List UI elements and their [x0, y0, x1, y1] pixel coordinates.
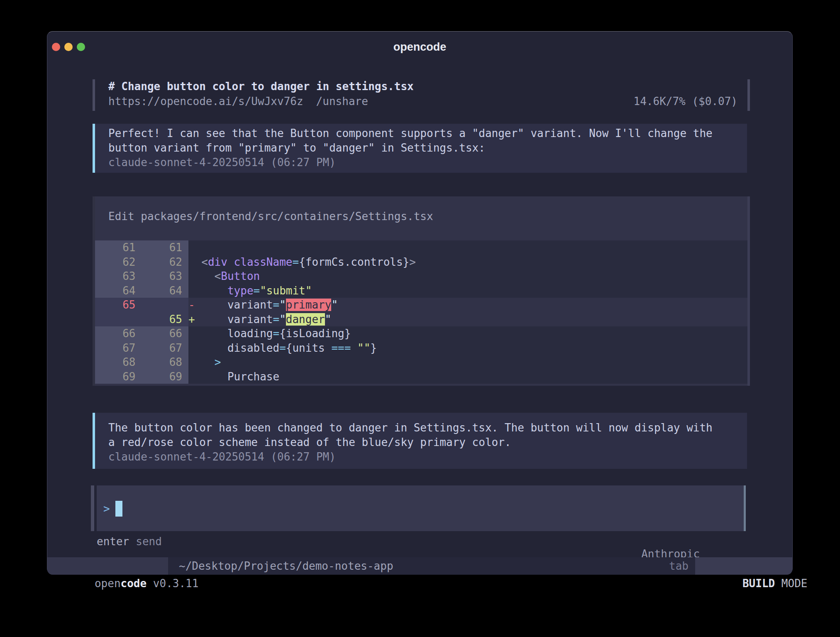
- message-lines: Perfect! I can see that the Button compo…: [108, 126, 739, 155]
- diff-code-line: [188, 240, 747, 255]
- text-cursor: [115, 501, 122, 517]
- mode-chip[interactable]: BUILD MODE: [695, 557, 792, 575]
- input-scrollbar[interactable]: [744, 485, 746, 531]
- diff-row: 6767 disabled={units === ""}: [95, 341, 747, 355]
- diff-code-line: >: [188, 355, 747, 370]
- prompt-input[interactable]: >: [97, 485, 746, 531]
- diff-rows: 6161 6262 <div className={formCs.control…: [95, 240, 747, 384]
- old-line-number: 61: [95, 240, 142, 255]
- new-line-number: 69: [142, 370, 189, 384]
- old-line-number: 63: [95, 269, 142, 284]
- prompt-symbol: >: [103, 502, 110, 515]
- new-line-number: 63: [142, 269, 189, 284]
- mode-name: BUILD: [742, 577, 775, 590]
- new-line-number: 67: [142, 341, 189, 355]
- old-line-number: 64: [95, 284, 142, 298]
- model-timestamp: claude-sonnet-4-20250514 (06:27 PM): [108, 155, 739, 170]
- app-version-chip: opencode v0.3.11: [47, 557, 168, 575]
- input-left-border: [91, 485, 94, 531]
- share-url[interactable]: https://opencode.ai/s/UwJxv76z: [108, 95, 303, 108]
- window-title: opencode: [47, 41, 792, 54]
- old-line-number: 66: [95, 326, 142, 341]
- diff-code-line: - variant="primary": [188, 298, 747, 312]
- model-timestamp: claude-sonnet-4-20250514 (06:27 PM): [108, 450, 739, 464]
- app-version: v0.3.11: [147, 577, 198, 590]
- session-title: # Change button color to danger in setti…: [108, 80, 414, 93]
- edit-file-path: Edit packages/frontend/src/containers/Se…: [108, 210, 433, 223]
- diff-code-line: Purchase: [188, 370, 747, 384]
- header-left-border: [93, 79, 95, 111]
- diff-row: 6262 <div className={formCs.controls}>: [95, 255, 747, 270]
- diff-row: 65- variant="primary": [95, 298, 747, 312]
- diff-row: 6363 <Button: [95, 269, 747, 284]
- old-line-number: 69: [95, 370, 142, 384]
- diff-code-line: + variant="danger": [188, 312, 747, 327]
- new-line-number: 61: [142, 240, 189, 255]
- new-line-number: 62: [142, 255, 189, 270]
- status-bar: opencode v0.3.11 ~/Desktop/Projects/demo…: [47, 557, 792, 575]
- diff-row: 6161: [95, 240, 747, 255]
- opencode-window: opencode # Change button color to danger…: [47, 31, 793, 574]
- app-name-open: open: [95, 577, 121, 590]
- new-line-number: 65: [142, 312, 189, 327]
- old-line-number: [95, 312, 142, 327]
- unshare-command[interactable]: /unshare: [316, 95, 368, 108]
- assistant-message-2: The button color has been changed to dan…: [93, 413, 747, 469]
- message-line: The button color has been changed to dan…: [108, 421, 739, 435]
- new-line-number: 64: [142, 284, 189, 298]
- message-line: button variant from "primary" to "danger…: [108, 141, 739, 155]
- old-line-number: 62: [95, 255, 142, 270]
- new-line-number: [142, 298, 189, 312]
- message-lines: The button color has been changed to dan…: [108, 421, 739, 450]
- new-line-number: 66: [142, 326, 189, 341]
- mode-suffix: MODE: [775, 577, 807, 590]
- diff-code-line: disabled={units === ""}: [188, 341, 747, 355]
- diff-row: 65+ variant="danger": [95, 312, 747, 327]
- old-line-number: 65: [95, 298, 142, 312]
- diff-row: 6969 Purchase: [95, 370, 747, 384]
- old-line-number: 68: [95, 355, 142, 370]
- working-directory: ~/Desktop/Projects/demo-notes-app: [179, 557, 393, 575]
- tab-key-hint[interactable]: tab: [669, 557, 689, 575]
- session-header: # Change button color to danger in setti…: [93, 78, 750, 112]
- app-name-code: code: [121, 577, 147, 590]
- token-cost-stats: 14.6K/7% ($0.07): [634, 95, 737, 108]
- message-line: a red/rose color scheme instead of the b…: [108, 435, 739, 450]
- diff-code-line: type="submit": [188, 284, 747, 298]
- edit-tool-card: Edit packages/frontend/src/containers/Se…: [93, 196, 750, 386]
- diff-code-line: <Button: [188, 269, 747, 284]
- assistant-message-1: Perfect! I can see that the Button compo…: [93, 124, 747, 173]
- new-line-number: 68: [142, 355, 189, 370]
- diff-code-line: <div className={formCs.controls}>: [188, 255, 747, 270]
- diff-row: 6666 loading={isLoading}: [95, 326, 747, 341]
- old-line-number: 67: [95, 341, 142, 355]
- header-right-border: [747, 79, 750, 111]
- diff-code-line: loading={isLoading}: [188, 326, 747, 341]
- message-line: Perfect! I can see that the Button compo…: [108, 126, 739, 141]
- diff-row: 6464 type="submit": [95, 284, 747, 298]
- diff-row: 6868 >: [95, 355, 747, 370]
